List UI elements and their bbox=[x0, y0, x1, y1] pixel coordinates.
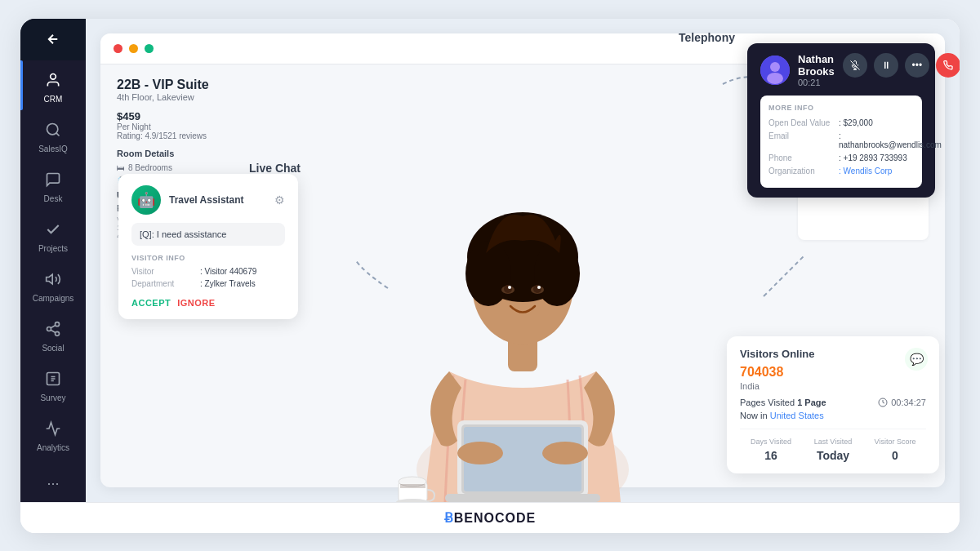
crm-label: CRM bbox=[44, 95, 63, 104]
chat-message: [Q]: I need assistance bbox=[131, 223, 285, 246]
visitor-now-row: Now in United States bbox=[740, 411, 926, 420]
social-icon bbox=[42, 318, 65, 340]
more-info-title: MORE INFO bbox=[768, 104, 914, 112]
pages-visited-label: Pages Visited 1 Page bbox=[740, 398, 826, 407]
main-row: CRM SalesIQ Desk bbox=[20, 19, 960, 502]
caller-name: Nathan Brooks bbox=[798, 53, 835, 78]
sidebar-item-crm[interactable]: CRM bbox=[20, 60, 86, 110]
desk-icon bbox=[42, 168, 65, 191]
phone-label: Phone bbox=[768, 153, 834, 162]
chat-bot-name: Travel Assistant bbox=[169, 194, 244, 206]
window-maximize-dot bbox=[145, 44, 154, 53]
last-visited-value: Today bbox=[802, 449, 864, 462]
caller-info: Nathan Brooks 00:21 bbox=[798, 53, 835, 87]
sidebar-item-analytics[interactable]: Analytics bbox=[20, 409, 86, 459]
call-header: Nathan Brooks 00:21 bbox=[760, 53, 922, 87]
dept-row: Department : Zylker Travels bbox=[131, 279, 285, 288]
sidebar-item-survey[interactable]: Survey bbox=[20, 359, 86, 409]
crm-room-title: 22B - VIP Suite bbox=[117, 78, 782, 92]
campaigns-icon bbox=[42, 268, 65, 291]
crm-room-location: 4th Floor, Lakeview bbox=[117, 92, 782, 102]
logo: ɃBENOCODE bbox=[444, 510, 536, 526]
chat-settings-icon[interactable]: ⚙ bbox=[274, 193, 285, 207]
analytics-label: Analytics bbox=[37, 443, 69, 452]
svg-point-32 bbox=[457, 442, 503, 464]
visitor-id: 704038 bbox=[740, 365, 926, 380]
social-label: Social bbox=[42, 344, 64, 353]
chat-actions: ACCEPT IGNORE bbox=[131, 298, 285, 308]
phone-value: : +19 2893 733993 bbox=[839, 153, 907, 162]
visitor-pages-row: Pages Visited 1 Page 00:34:27 bbox=[740, 398, 926, 407]
sidebar-more-button[interactable]: ... bbox=[47, 459, 59, 502]
svg-point-24 bbox=[504, 285, 512, 293]
telephony-section-label: Telephony bbox=[679, 31, 735, 44]
email-label: Email bbox=[768, 131, 834, 149]
ignore-button[interactable]: IGNORE bbox=[177, 298, 215, 308]
chat-bot-icon: 🤖 bbox=[131, 185, 161, 215]
logo-icon: Ƀ bbox=[444, 511, 454, 525]
score-label: Visitor Score bbox=[864, 438, 926, 446]
org-value: : Wendils Corp bbox=[839, 167, 892, 176]
phone-row: Phone : +19 2893 733993 bbox=[768, 153, 914, 162]
now-in-link[interactable]: United States bbox=[770, 411, 824, 420]
svg-point-0 bbox=[51, 73, 56, 79]
deal-value-row: Open Deal Value : $29,000 bbox=[768, 118, 914, 127]
accept-button[interactable]: ACCEPT bbox=[131, 298, 171, 308]
more-info-section: MORE INFO Open Deal Value : $29,000 Emai… bbox=[760, 96, 922, 188]
deal-value: : $29,000 bbox=[839, 118, 873, 127]
last-visited-stat: Last Visited Today bbox=[802, 438, 864, 462]
visitor-country: India bbox=[740, 381, 926, 391]
svg-point-11 bbox=[767, 73, 783, 84]
visitor-label: Visitor bbox=[131, 267, 197, 276]
more-button[interactable]: ••• bbox=[905, 53, 929, 78]
svg-rect-36 bbox=[400, 484, 425, 488]
visitor-chat-icon[interactable]: 💬 bbox=[905, 348, 928, 371]
visitor-info-section: VISITOR INFO Visitor : Visitor 440679 De… bbox=[131, 254, 285, 288]
hold-button[interactable]: ⏸ bbox=[874, 53, 898, 78]
campaigns-label: Campaigns bbox=[33, 294, 74, 303]
projects-icon bbox=[42, 218, 65, 241]
svg-point-27 bbox=[537, 286, 541, 289]
svg-point-3 bbox=[56, 322, 60, 326]
days-visited-value: 16 bbox=[740, 449, 802, 462]
window-minimize-dot bbox=[129, 44, 138, 53]
svg-point-1 bbox=[47, 123, 58, 134]
last-visited-label: Last Visited bbox=[802, 438, 864, 446]
sidebar-item-projects[interactable]: Projects bbox=[20, 210, 86, 260]
sidebar-back-button[interactable] bbox=[20, 19, 86, 60]
days-visited-stat: Days Visited 16 bbox=[740, 438, 802, 462]
svg-marker-2 bbox=[47, 274, 52, 284]
main-card: CRM SalesIQ Desk bbox=[20, 19, 960, 533]
dept-value: : Zylker Travels bbox=[200, 279, 256, 288]
bed-icon: 🛏 bbox=[117, 163, 125, 172]
visitor-row: Visitor : Visitor 440679 bbox=[131, 267, 285, 276]
window-close-dot bbox=[114, 44, 122, 53]
visitor-value: : Visitor 440679 bbox=[200, 267, 256, 276]
call-duration: 00:21 bbox=[798, 78, 835, 87]
org-label: Organization bbox=[768, 167, 834, 176]
sidebar-item-social[interactable]: Social bbox=[20, 309, 86, 359]
visitor-card: 💬 Visitors Online 704038 India Pages Vis… bbox=[727, 336, 939, 473]
dept-label: Department bbox=[131, 279, 197, 288]
sidebar-item-desk[interactable]: Desk bbox=[20, 160, 86, 210]
email-value: : nathanbrooks@wendlis.com bbox=[839, 131, 942, 149]
svg-point-26 bbox=[508, 286, 511, 289]
salesiq-icon bbox=[42, 118, 65, 141]
mute-button[interactable] bbox=[843, 53, 867, 78]
visitors-online-title: Visitors Online bbox=[740, 348, 926, 360]
survey-label: Survey bbox=[40, 393, 65, 402]
visitor-info-title: VISITOR INFO bbox=[131, 254, 285, 262]
sidebar-item-salesiq[interactable]: SalesIQ bbox=[20, 110, 86, 160]
sidebar-item-campaigns[interactable]: Campaigns bbox=[20, 260, 86, 309]
person-illustration bbox=[359, 110, 686, 502]
sidebar: CRM SalesIQ Desk bbox=[20, 19, 86, 502]
projects-label: Projects bbox=[38, 244, 68, 253]
end-call-button[interactable] bbox=[936, 53, 960, 78]
content-area: 22B - VIP Suite 4th Floor, Lakeview $459… bbox=[86, 19, 960, 502]
svg-line-6 bbox=[51, 330, 56, 332]
days-visited-label: Days Visited bbox=[740, 438, 802, 446]
livechat-section-label: Live Chat bbox=[249, 162, 301, 175]
deal-value-label: Open Deal Value bbox=[768, 118, 834, 127]
visitor-stats: Days Visited 16 Last Visited Today Visit… bbox=[740, 429, 926, 462]
svg-line-7 bbox=[51, 325, 56, 327]
